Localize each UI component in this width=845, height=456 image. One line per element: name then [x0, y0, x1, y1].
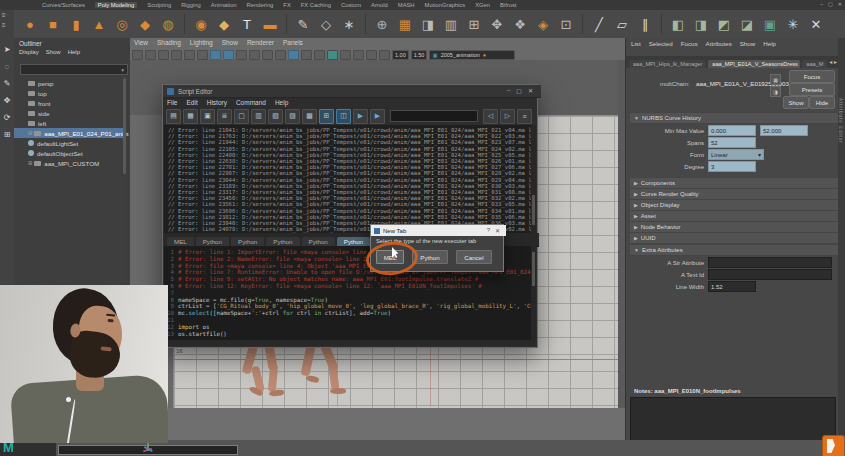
grab-icon[interactable]: ◪: [737, 14, 757, 34]
pencil-curve-icon[interactable]: ∗: [339, 14, 359, 34]
section-extra-attributes[interactable]: ▼Extra Attributes: [629, 244, 841, 256]
outliner-search-input[interactable]: ▾: [20, 64, 128, 75]
exposure-field[interactable]: 1.00: [392, 50, 409, 60]
expand-icon[interactable]: ⊞: [28, 130, 32, 136]
presets-button[interactable]: Presets: [789, 83, 835, 96]
scale-tool-icon[interactable]: ⊞: [4, 131, 11, 139]
execute-icon[interactable]: ▶: [370, 109, 385, 124]
extrude-icon[interactable]: ⊡: [556, 14, 576, 34]
viewport-menu-renderer[interactable]: Renderer: [247, 39, 274, 46]
dialog-help-button[interactable]: ?: [487, 227, 490, 234]
input-scrollbar[interactable]: [531, 246, 536, 340]
close-icon[interactable]: ✕: [838, 1, 842, 7]
echo-commands-icon[interactable]: ▧: [268, 109, 283, 124]
ao-icon[interactable]: [301, 50, 312, 60]
ae-menu-help[interactable]: Help: [763, 40, 776, 47]
history-scrollbar[interactable]: [531, 125, 536, 233]
expand-icon[interactable]: ⊞: [28, 160, 32, 166]
move-tool-icon[interactable]: ✥: [4, 97, 11, 105]
minimize-icon[interactable]: –: [820, 1, 823, 7]
script-tab-python-1[interactable]: Python: [196, 237, 229, 246]
stack-trace-icon[interactable]: ▨: [285, 109, 300, 124]
viewport-menu-view[interactable]: View: [134, 39, 148, 46]
viewport-menu-shading[interactable]: Shading: [157, 39, 181, 46]
se-menu-history[interactable]: History: [207, 99, 227, 106]
script-history-pane[interactable]: // Error: line 21041: D:/servers/anim_bs…: [164, 125, 534, 235]
wireframe-icon[interactable]: [236, 50, 247, 60]
boolean-icon[interactable]: ❖: [510, 14, 530, 34]
poly-cylinder-icon[interactable]: ▮: [66, 14, 86, 34]
poly-cube-icon[interactable]: ■: [43, 14, 63, 34]
se-close-icon[interactable]: ✕: [528, 87, 533, 94]
pinch-icon[interactable]: ◩: [714, 14, 734, 34]
clear-all-icon[interactable]: ▥: [251, 109, 266, 124]
line-numbers-icon[interactable]: ⊞: [319, 109, 334, 124]
se-search-input[interactable]: [390, 110, 478, 122]
shelf-tab-animation[interactable]: Animation: [211, 2, 237, 8]
load-script-icon[interactable]: ▣: [200, 109, 215, 124]
shelf-tab-arnold[interactable]: Arnold: [371, 2, 388, 8]
bezier-curve-icon[interactable]: ◇: [316, 14, 336, 34]
outliner-item[interactable]: ⊞aaa_MPI_E01_024_P01_anim: [14, 128, 126, 138]
script-editor-window-controls[interactable]: –▢✕: [507, 87, 533, 94]
shaded-icon[interactable]: [249, 50, 260, 60]
script-tab-python-5[interactable]: Python: [337, 237, 370, 246]
taskbar-app-icon[interactable]: [822, 435, 845, 456]
ep-curve-icon[interactable]: ✎: [293, 14, 313, 34]
outliner-scrollbar[interactable]: [123, 78, 126, 174]
lights-icon[interactable]: [275, 50, 286, 60]
shelf-tab-mash[interactable]: MASH: [398, 2, 415, 8]
shelf-tab-fx[interactable]: FX: [283, 2, 290, 8]
super-ellipse-icon[interactable]: ◉: [191, 14, 211, 34]
shelf-tab-xgen[interactable]: XGen: [475, 2, 490, 8]
multi-cut-icon[interactable]: ╱: [589, 14, 609, 34]
shelf-tab-custom[interactable]: Custom: [341, 2, 361, 8]
se-restore-icon[interactable]: ▢: [516, 87, 522, 94]
platonic-solid-icon[interactable]: ◆: [214, 14, 234, 34]
gamma-field[interactable]: 1.50: [411, 50, 428, 60]
shelf-tab-curves-surfaces[interactable]: Curves/Surfaces: [42, 2, 85, 8]
attribute-field[interactable]: 3: [708, 161, 756, 172]
attribute-field[interactable]: 0.000: [708, 125, 756, 136]
shelf-tab-rendering[interactable]: Rendering: [247, 2, 274, 8]
attribute-field[interactable]: [708, 257, 832, 268]
ae-menu-list[interactable]: List: [631, 40, 641, 47]
shelf-tab-fx-caching[interactable]: FX Caching: [301, 2, 331, 8]
attribute-field[interactable]: [708, 269, 832, 280]
poly-torus-icon[interactable]: ◎: [112, 14, 132, 34]
shelf-tab-rigging[interactable]: Rigging: [181, 2, 201, 8]
type-tool-icon[interactable]: T: [237, 14, 257, 34]
execute-all-icon[interactable]: ▶: [353, 109, 368, 124]
ae-menu-selected[interactable]: Selected: [649, 40, 673, 47]
script-tab-python-4[interactable]: Python: [302, 237, 335, 246]
attribute-editor-vertical-tab[interactable]: Attribute Editor: [838, 98, 843, 144]
ae-tab[interactable]: aaa_MPI_E01A_V_SeasonsDress: [708, 60, 800, 68]
select-tool-icon[interactable]: ➤: [4, 46, 11, 54]
xray-icon[interactable]: [366, 50, 377, 60]
field-chart-icon[interactable]: [197, 50, 208, 60]
restore-icon[interactable]: ▢: [828, 1, 833, 7]
resolution-gate-icon[interactable]: [171, 50, 182, 60]
ae-tab[interactable]: aaa_M: [802, 60, 827, 68]
shelf-menu-icon[interactable]: ≡≡: [2, 12, 6, 28]
render-globe-icon[interactable]: ⊕: [372, 14, 392, 34]
window-controls[interactable]: –▢✕: [820, 1, 842, 7]
scene-name-field[interactable]: ▣2005_animation●: [429, 50, 515, 60]
outliner-item[interactable]: persp: [14, 78, 126, 88]
safe-action-icon[interactable]: [210, 50, 221, 60]
ae-menu-focus[interactable]: Focus: [681, 40, 698, 47]
search-back-icon[interactable]: ◁: [483, 109, 498, 124]
script-tab-mel-0[interactable]: MEL: [167, 237, 194, 246]
poly-disc-icon[interactable]: ◍: [158, 14, 178, 34]
se-menu-edit[interactable]: Edit: [186, 99, 197, 106]
poly-cone-icon[interactable]: ▲: [89, 14, 109, 34]
relax-icon[interactable]: ◨: [691, 14, 711, 34]
multisample-icon[interactable]: [327, 50, 338, 60]
sculpt-icon[interactable]: ◧: [668, 14, 688, 34]
rotate-tool-icon[interactable]: ⟳: [4, 114, 11, 122]
show-button[interactable]: Show: [783, 96, 809, 109]
ae-tab[interactable]: aaa_MPI_Hips_Ik_Manager: [629, 60, 706, 68]
completion-icon[interactable]: ≡: [517, 109, 532, 124]
lasso-tool-icon[interactable]: ◌: [5, 63, 10, 71]
se-menu-help[interactable]: Help: [275, 99, 288, 106]
